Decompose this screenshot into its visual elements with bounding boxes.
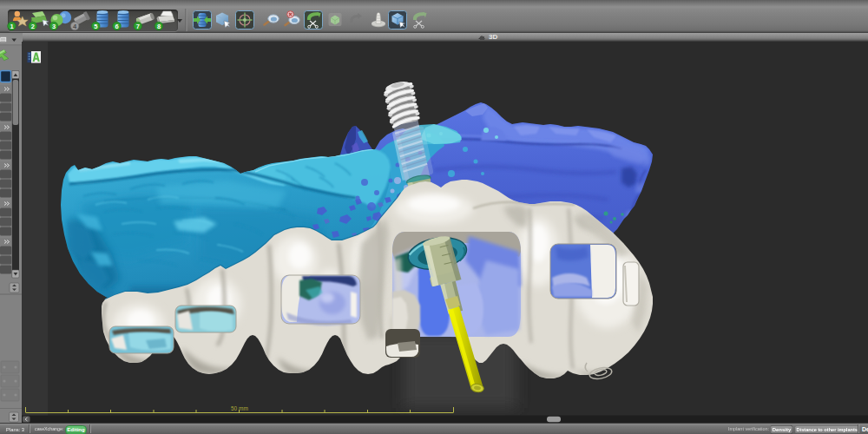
svg-text:3: 3 xyxy=(52,23,56,30)
svg-text:2: 2 xyxy=(31,23,35,30)
svg-text:7: 7 xyxy=(136,23,140,30)
svg-text:50 mm: 50 mm xyxy=(231,405,248,411)
svg-text:6: 6 xyxy=(115,23,119,30)
svg-text:5: 5 xyxy=(94,23,97,30)
svg-text:1: 1 xyxy=(10,23,14,30)
svg-text:8: 8 xyxy=(157,23,161,30)
